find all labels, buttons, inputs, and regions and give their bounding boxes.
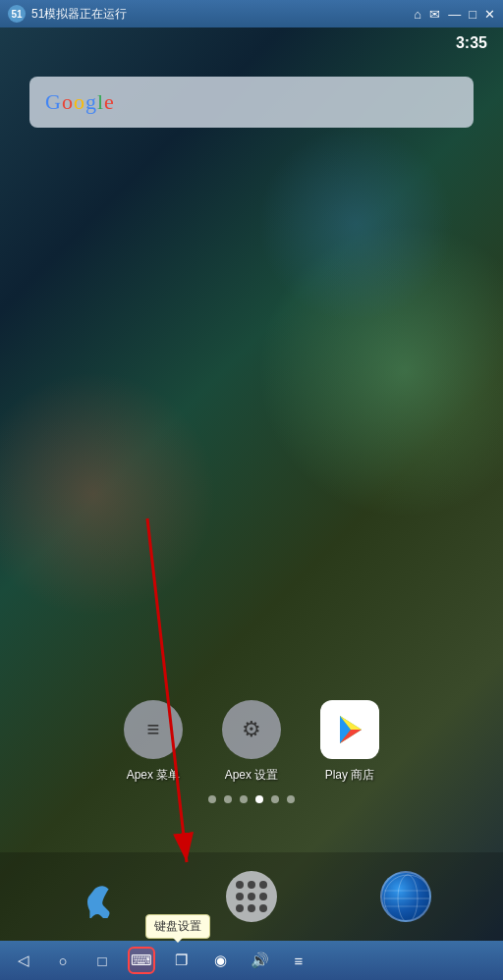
page-dots — [0, 795, 503, 803]
apex-settings-icon[interactable]: ⚙ Apex 设置 — [222, 700, 281, 784]
apex-menu-circle: ≡ — [124, 700, 183, 759]
page-dot-2[interactable] — [224, 795, 232, 803]
eye-btn[interactable]: ◉ — [206, 947, 234, 974]
menu-btn[interactable]: ≡ — [285, 947, 312, 974]
back-btn[interactable]: ◁ — [10, 947, 37, 974]
home-btn[interactable]: ⌂ — [414, 8, 421, 21]
globe-dock-icon[interactable] — [378, 869, 433, 924]
apex-settings-circle: ⚙ — [222, 700, 281, 759]
keyboard-settings-tooltip: 键盘设置 — [145, 914, 210, 939]
apps-grid-button[interactable] — [226, 871, 277, 922]
home-circle-btn[interactable]: ○ — [49, 947, 77, 974]
status-bar: 3:35 — [0, 27, 503, 59]
close-btn[interactable]: ✕ — [484, 8, 495, 21]
apex-menu-icon[interactable]: ≡ Apex 菜单 — [124, 700, 183, 784]
apex-settings-label: Apex 设置 — [225, 767, 279, 784]
page-dot-4-active[interactable] — [255, 795, 263, 803]
maximize-btn[interactable]: □ — [469, 8, 476, 21]
bottom-dock — [0, 852, 503, 941]
recents-btn[interactable]: □ — [88, 947, 116, 974]
page-dot-3[interactable] — [240, 795, 248, 803]
titlebar-title: 51模拟器正在运行 — [31, 6, 414, 23]
apps-grid-dots-icon — [236, 881, 267, 912]
google-logo: Google — [45, 89, 115, 115]
play-store-circle — [320, 700, 379, 759]
wallpaper-decoration — [257, 126, 454, 322]
apex-menu-label: Apex 菜单 — [127, 767, 181, 784]
page-dot-5[interactable] — [271, 795, 279, 803]
keyboard-settings-btn[interactable]: ⌨ — [128, 947, 155, 974]
google-search-bar[interactable]: Google — [29, 77, 474, 128]
android-screen: 3:35 Google ≡ Apex 菜单 ⚙ — [0, 27, 503, 941]
status-time: 3:35 — [456, 34, 487, 52]
minimize-btn[interactable]: — — [448, 8, 461, 21]
app-icon: 51 — [8, 5, 26, 23]
page-dot-1[interactable] — [208, 795, 216, 803]
globe-icon-circle — [380, 871, 431, 922]
windows-taskbar: ◁ ○ □ ⌨ ❐ ◉ 🔊 ≡ — [0, 941, 503, 980]
titlebar-controls: ⌂ ✉ — □ ✕ — [414, 8, 495, 21]
app-icons-row: ≡ Apex 菜单 ⚙ Apex 设置 Play 商店 — [0, 700, 503, 784]
phone-dock-icon[interactable] — [70, 869, 125, 924]
page-dot-6[interactable] — [287, 795, 295, 803]
mail-btn[interactable]: ✉ — [429, 8, 440, 21]
play-store-label: Play 商店 — [325, 767, 375, 784]
screenshot-btn[interactable]: ❐ — [167, 947, 195, 974]
play-store-icon[interactable]: Play 商店 — [320, 700, 379, 784]
window-titlebar: 51 51模拟器正在运行 ⌂ ✉ — □ ✕ — [0, 0, 503, 27]
wallpaper-decoration — [0, 371, 216, 617]
volume-btn[interactable]: 🔊 — [246, 947, 273, 974]
